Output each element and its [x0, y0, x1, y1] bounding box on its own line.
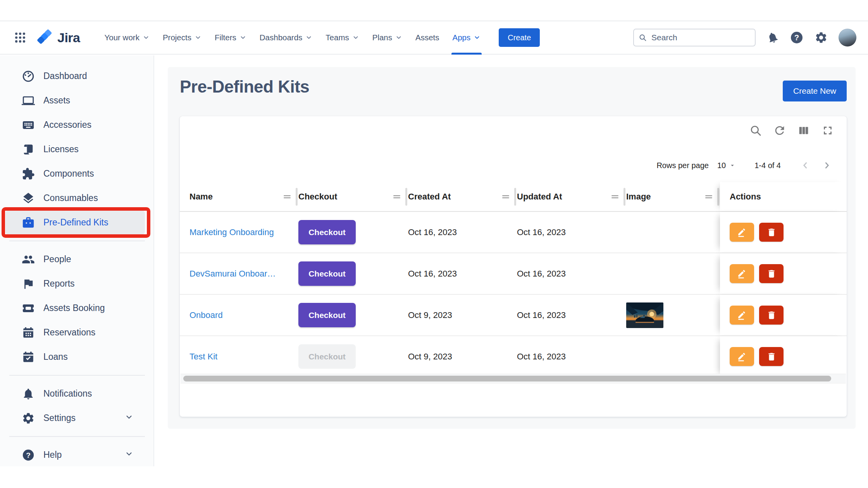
column-header-image[interactable]: Image: [626, 182, 720, 211]
sidebar-divider: [9, 436, 145, 437]
column-drag-handle-icon[interactable]: [610, 192, 620, 202]
nav-item-assets[interactable]: Assets: [409, 21, 446, 55]
sidebar-item-loans[interactable]: Loans: [0, 345, 153, 369]
table-row: Test Kit Checkout Oct 9, 2023 Oct 16, 20…: [180, 335, 847, 377]
kit-name-link[interactable]: Marketing Onboarding: [189, 227, 274, 237]
license-icon: [22, 143, 35, 156]
help-button[interactable]: ?: [790, 31, 804, 45]
create-new-button[interactable]: Create New: [783, 81, 847, 101]
table-refresh-button[interactable]: [773, 124, 786, 137]
column-header-checkout[interactable]: Checkout: [298, 182, 408, 211]
sidebar-item-components[interactable]: Components: [0, 162, 153, 186]
topbar-right-cluster: ?: [633, 29, 856, 46]
notifications-button[interactable]: [766, 31, 779, 44]
nav-item-filters[interactable]: Filters: [208, 21, 253, 55]
search-icon: [639, 33, 647, 42]
table-row: DevSamurai Onboar… Checkout Oct 16, 2023…: [180, 253, 847, 294]
checkout-button[interactable]: Checkout: [298, 261, 356, 286]
sidebar-item-pre-defined-kits[interactable]: Pre-Defined Kits: [5, 210, 145, 235]
chevron-down-icon: [125, 413, 133, 424]
sidebar-item-help[interactable]: ? Help: [0, 443, 153, 467]
sidebar-item-assets-booking[interactable]: Assets Booking: [0, 296, 153, 320]
sidebar-item-reports[interactable]: Reports: [0, 271, 153, 296]
kit-image[interactable]: [626, 302, 663, 328]
laptop-icon: [22, 94, 35, 107]
delete-button[interactable]: [759, 306, 784, 325]
image-cell: [626, 295, 720, 335]
nav-item-your-work[interactable]: Your work: [98, 21, 156, 55]
create-button[interactable]: Create: [499, 28, 540, 47]
kit-name-link[interactable]: Test Kit: [189, 352, 217, 362]
updated-at-value: Oct 16, 2023: [517, 269, 566, 279]
chevron-down-icon: [239, 34, 246, 41]
global-search[interactable]: [633, 29, 756, 46]
delete-button[interactable]: [759, 347, 784, 366]
search-input[interactable]: [651, 33, 750, 43]
jira-logo[interactable]: Jira: [36, 29, 80, 46]
svg-text:?: ?: [26, 451, 31, 459]
edit-button[interactable]: [730, 306, 754, 325]
checkout-button[interactable]: Checkout: [298, 303, 356, 327]
nav-item-dashboards[interactable]: Dashboards: [253, 21, 319, 55]
delete-button[interactable]: [759, 223, 784, 242]
column-drag-handle-icon[interactable]: [282, 192, 292, 202]
edit-button[interactable]: [730, 347, 754, 366]
kits-table: Name Checkout Created At Updated At Imag…: [180, 182, 847, 377]
user-avatar[interactable]: [839, 29, 856, 46]
chevron-down-icon: [395, 34, 402, 41]
column-drag-handle-icon[interactable]: [392, 192, 402, 202]
sidebar-item-people[interactable]: People: [0, 247, 153, 271]
checkout-button[interactable]: Checkout: [298, 344, 356, 369]
column-header-name[interactable]: Name: [180, 182, 298, 211]
trash-icon: [766, 310, 777, 320]
flag-icon: [22, 277, 35, 290]
settings-button[interactable]: [815, 31, 828, 44]
next-page-button[interactable]: [820, 158, 834, 173]
sidebar-item-settings[interactable]: Settings: [0, 406, 153, 430]
gear-icon: [22, 412, 35, 425]
table-search-button[interactable]: [749, 124, 762, 137]
sidebar-item-reservations[interactable]: Reservations: [0, 320, 153, 345]
sidebar-item-notifications[interactable]: Notifications: [0, 381, 153, 406]
pencil-icon: [737, 352, 747, 362]
chevron-right-icon: [822, 160, 832, 170]
column-drag-handle-icon[interactable]: [704, 192, 714, 202]
dropdown-caret-icon: [729, 162, 736, 169]
app-switcher-icon[interactable]: [12, 29, 29, 46]
sidebar-item-dashboard[interactable]: Dashboard: [0, 64, 153, 88]
table-columns-button[interactable]: [797, 124, 810, 137]
previous-page-button[interactable]: [798, 158, 813, 173]
image-cell: [626, 253, 720, 294]
column-header-actions: Actions: [720, 182, 847, 211]
kit-name-link[interactable]: Onboard: [189, 310, 223, 320]
keyboard-icon: [22, 119, 35, 132]
grid-icon: [14, 31, 27, 44]
sidebar-item-assets[interactable]: Assets: [0, 88, 153, 113]
kit-name-link[interactable]: DevSamurai Onboar…: [189, 269, 276, 279]
table-fullscreen-button[interactable]: [821, 124, 834, 137]
sidebar-item-accessories[interactable]: Accessories: [0, 113, 153, 137]
column-header-updated-at[interactable]: Updated At: [517, 182, 626, 211]
sidebar-item-consumables[interactable]: Consumables: [0, 186, 153, 210]
people-icon: [22, 253, 35, 266]
delete-button[interactable]: [759, 264, 784, 283]
nav-item-teams[interactable]: Teams: [319, 21, 365, 55]
scrollbar-thumb[interactable]: [183, 376, 831, 381]
nav-item-projects[interactable]: Projects: [156, 21, 208, 55]
sidebar-item-licenses[interactable]: Licenses: [0, 137, 153, 162]
column-header-created-at[interactable]: Created At: [408, 182, 517, 211]
columns-icon: [797, 124, 810, 137]
search-icon: [749, 124, 762, 137]
nav-item-plans[interactable]: Plans: [366, 21, 409, 55]
checkout-button[interactable]: Checkout: [298, 220, 356, 244]
nav-item-apps[interactable]: Apps: [446, 21, 487, 55]
rows-per-page-select[interactable]: 10: [717, 161, 736, 170]
edit-button[interactable]: [730, 264, 754, 283]
pagination-range: 1-4 of 4: [754, 161, 781, 170]
edit-button[interactable]: [730, 223, 754, 242]
column-drag-handle-icon[interactable]: [501, 192, 511, 202]
svg-text:?: ?: [794, 33, 799, 42]
bell-icon: [22, 387, 35, 400]
created-at-value: Oct 9, 2023: [408, 352, 452, 362]
top-navigation-bar: Jira Your work Projects Filters Dashboar…: [0, 21, 868, 55]
